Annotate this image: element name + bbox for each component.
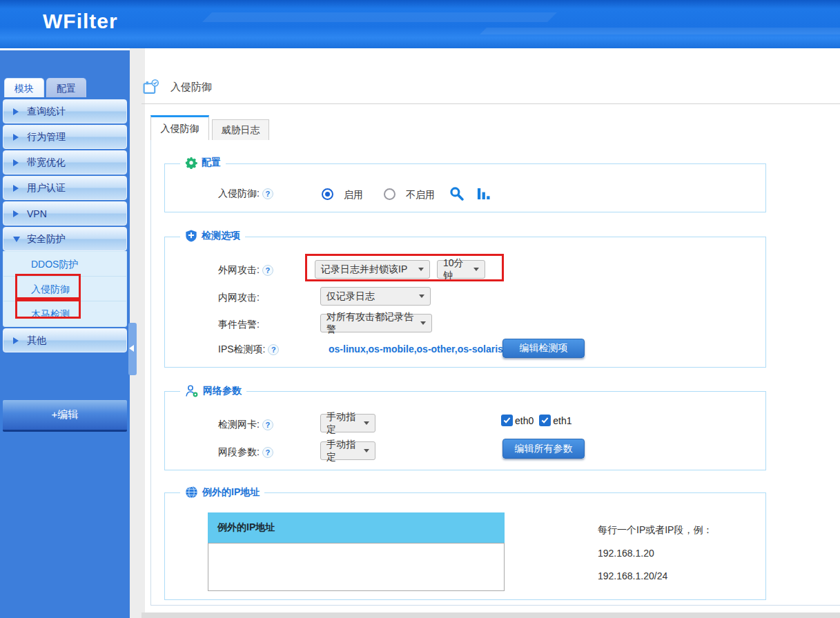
radio-disable-label: 不启用 xyxy=(406,189,435,201)
sidebar-item-label: 其他 xyxy=(27,335,46,347)
tab-threat-log[interactable]: 威胁日志 xyxy=(212,119,269,141)
sidebar-item-label: 行为管理 xyxy=(27,131,66,143)
chevron-right-icon xyxy=(13,185,19,192)
exception-hint-title: 每行一个IP或者IP段，例： xyxy=(598,524,712,537)
check-icon xyxy=(503,417,511,424)
sidebar-collapse-handle[interactable] xyxy=(128,323,137,375)
sidebar-item-label: VPN xyxy=(27,208,47,219)
ips-enable-label: 入侵防御: ? xyxy=(218,188,273,200)
selected-value: 手动指定 xyxy=(326,439,360,464)
sidebar-item-security[interactable]: 安全防护 xyxy=(3,227,127,251)
nic-mode-select[interactable]: 手动指定 xyxy=(320,414,375,432)
app-header: WFilter xyxy=(0,0,840,48)
sidebar-item-trojan-detection[interactable]: 木马检测 xyxy=(3,301,126,326)
edit-all-params-button[interactable]: 编辑所有参数 xyxy=(502,439,585,459)
section-config-title: 配置 xyxy=(202,157,221,169)
wan-action-select[interactable]: 记录日志并封锁该IP xyxy=(315,260,430,279)
page-badge-icon xyxy=(142,79,159,96)
help-icon[interactable]: ? xyxy=(262,265,273,276)
section-network-title: 网络参数 xyxy=(203,385,242,397)
wfilter-logo: WFilter xyxy=(43,10,118,33)
section-detection-title: 检测选项 xyxy=(202,230,240,242)
chevron-down-icon xyxy=(473,268,479,271)
eth1-label: eth1 xyxy=(553,415,572,426)
sidebar-item-other[interactable]: 其他 xyxy=(3,328,127,352)
exception-hint-example: 192.168.1.20/24 xyxy=(598,570,667,581)
wan-duration-select[interactable]: 10分钟 xyxy=(437,260,485,279)
chevron-down-icon xyxy=(419,295,424,298)
section-network-legend: 网络参数 xyxy=(180,384,246,398)
nic-label: 检测网卡: ? xyxy=(218,419,273,431)
edit-detection-items-button[interactable]: 编辑检测项 xyxy=(502,339,585,358)
bar-chart-icon[interactable] xyxy=(477,187,490,200)
lan-attack-label: 内网攻击: xyxy=(218,292,260,304)
alert-action-select[interactable]: 对所有攻击都记录告警 xyxy=(320,314,432,332)
chevron-down-icon xyxy=(13,237,20,242)
sidebar-item-vpn[interactable]: VPN xyxy=(3,201,127,226)
label-text: 入侵防御: xyxy=(218,188,260,200)
sidebar-item-label: 安全防护 xyxy=(27,233,66,246)
shield-plus-icon xyxy=(185,230,197,242)
ips-items-value[interactable]: os-linux,os-mobile,os-other,os-solaris,.… xyxy=(329,343,514,355)
radio-enable-label: 启用 xyxy=(344,189,363,201)
sidebar-item-behavior[interactable]: 行为管理 xyxy=(3,125,127,149)
selected-value: 对所有攻击都记录告警 xyxy=(326,311,416,336)
lan-action-select[interactable]: 仅记录日志 xyxy=(320,287,431,306)
sidebar-tab-modules[interactable]: 模块 xyxy=(4,78,44,97)
eth0-label: eth0 xyxy=(515,415,534,426)
section-detection: 检测选项 外网攻击: ? 记录日志并封锁该IP 10分钟 内网攻击: 仅记录日志… xyxy=(164,237,766,368)
header-streak xyxy=(480,28,840,34)
chevron-right-icon xyxy=(13,134,19,141)
chevron-right-icon xyxy=(13,210,19,217)
help-icon[interactable]: ? xyxy=(262,447,273,458)
sidebar-edit-button[interactable]: +编辑 xyxy=(3,400,127,432)
sidebar-tab-config[interactable]: 配置 xyxy=(46,78,86,97)
sidebar-item-intrusion-prevention[interactable]: 入侵防御 xyxy=(3,277,126,301)
wan-attack-label: 外网攻击: ? xyxy=(218,264,273,277)
gear-icon xyxy=(185,157,197,169)
help-icon[interactable]: ? xyxy=(262,188,273,199)
sidebar-item-auth[interactable]: 用户认证 xyxy=(3,176,127,200)
selected-value: 10分钟 xyxy=(443,257,469,282)
chevron-right-icon xyxy=(13,337,19,344)
help-icon[interactable]: ? xyxy=(268,344,279,355)
header-streak xyxy=(202,12,557,22)
section-config: 配置 入侵防御: ? 启用 不启用 xyxy=(164,163,766,212)
help-icon[interactable]: ? xyxy=(262,419,273,430)
sidebar: 模块 配置 查询统计 行为管理 带宽优化 用户认证 VPN xyxy=(0,48,130,618)
chevron-down-icon xyxy=(364,421,369,425)
label-text: IPS检测项: xyxy=(218,343,265,356)
radio-disable[interactable] xyxy=(384,188,395,200)
divider xyxy=(141,103,840,104)
chevron-right-icon xyxy=(13,108,19,115)
label-text: 检测网卡: xyxy=(218,419,260,431)
sidebar-item-ddos[interactable]: DDOS防护 xyxy=(3,252,126,277)
eth1-checkbox[interactable] xyxy=(539,415,551,426)
chevron-down-icon xyxy=(420,321,426,325)
radio-enable[interactable] xyxy=(322,188,333,200)
section-config-legend: 配置 xyxy=(180,157,226,169)
subnet-label: 网段参数: ? xyxy=(218,446,273,459)
search-icon[interactable] xyxy=(449,186,464,201)
nic-checkbox-group: eth0 eth1 xyxy=(501,415,572,426)
section-exceptions-title: 例外的IP地址 xyxy=(202,486,260,499)
tab-intrusion-prevention[interactable]: 入侵防御 xyxy=(150,115,209,141)
chevron-down-icon xyxy=(364,449,369,452)
selected-value: 仅记录日志 xyxy=(326,290,375,303)
breadcrumb: 入侵防御 xyxy=(142,79,212,96)
exception-ip-textarea[interactable] xyxy=(208,543,505,591)
eth0-checkbox[interactable] xyxy=(501,415,513,426)
exception-hint-example: 192.168.1.20 xyxy=(598,548,654,559)
sidebar-item-label: 查询统计 xyxy=(27,106,66,118)
event-alert-label: 事件告警: xyxy=(218,319,260,331)
sidebar-item-query-stats[interactable]: 查询统计 xyxy=(3,99,127,123)
section-exceptions: 例外的IP地址 例外的IP地址 每行一个IP或者IP段，例： 192.168.1… xyxy=(164,492,766,600)
content-tabbar: 入侵防御 威胁日志 xyxy=(150,115,269,141)
sidebar-menu: 查询统计 行为管理 带宽优化 用户认证 VPN 安全防护 xyxy=(3,99,127,354)
selected-value: 记录日志并封锁该IP xyxy=(321,263,407,276)
chevron-down-icon xyxy=(418,268,424,271)
horizontal-scrollbar[interactable] xyxy=(141,612,840,618)
sidebar-item-bandwidth[interactable]: 带宽优化 xyxy=(3,150,127,175)
nic-eth0: eth0 xyxy=(501,415,534,426)
subnet-mode-select[interactable]: 手动指定 xyxy=(320,441,375,460)
